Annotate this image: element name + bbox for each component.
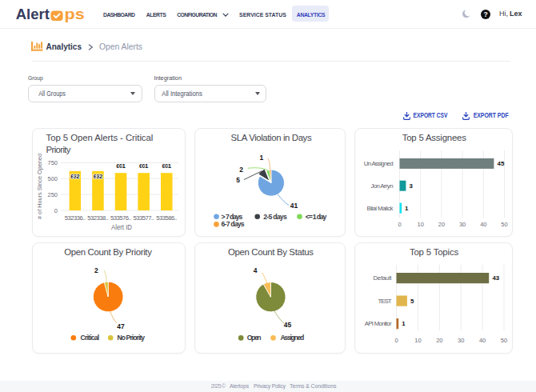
svg-text:1: 1 [260, 154, 264, 162]
svg-text:No Priority: No Priority [118, 334, 146, 342]
svg-text:Privacy Policy: Privacy Policy [254, 383, 286, 390]
svg-text:ALERTS: ALERTS [146, 12, 167, 18]
svg-text:ps: ps [65, 6, 85, 22]
svg-text:532338..: 532338.. [87, 214, 108, 222]
svg-text:Bilal Malick: Bilal Malick [367, 205, 394, 212]
svg-text:40: 40 [479, 337, 486, 344]
svg-text:2025 ©: 2025 © [210, 383, 226, 389]
svg-text:# of Hours Since Opened: # of Hours Since Opened [36, 154, 43, 219]
svg-text:0: 0 [398, 221, 401, 228]
svg-text:533576..: 533576.. [110, 214, 131, 222]
svg-text:50: 50 [501, 337, 507, 344]
svg-text:1: 1 [405, 205, 409, 212]
svg-text:45: 45 [284, 321, 292, 329]
svg-text:Integration: Integration [154, 74, 182, 82]
svg-text:Un Assigned: Un Assigned [364, 160, 394, 167]
svg-text:20: 20 [438, 221, 445, 228]
svg-text:601: 601 [139, 162, 149, 170]
svg-text:Open: Open [247, 334, 262, 342]
svg-text:Top 5 Open Alerts - Critical: Top 5 Open Alerts - Critical [46, 133, 154, 142]
svg-text:Critical: Critical [81, 334, 100, 342]
svg-text:Assigned: Assigned [280, 334, 304, 342]
svg-text:Jon Arryn: Jon Arryn [370, 182, 393, 190]
svg-text:45: 45 [498, 160, 505, 167]
svg-text:Alert ID: Alert ID [111, 224, 132, 231]
svg-text:Top 5 Assignees: Top 5 Assignees [402, 133, 466, 142]
svg-text:2: 2 [94, 266, 98, 274]
svg-text:TEST: TEST [378, 298, 392, 305]
svg-text:EXPORT CSV: EXPORT CSV [414, 111, 448, 119]
svg-text:Lex: Lex [510, 10, 522, 18]
svg-text:2-5 days: 2-5 days [263, 213, 287, 221]
svg-text:10: 10 [414, 337, 421, 344]
svg-text:5: 5 [410, 298, 414, 305]
svg-text:Open Count By Status: Open Count By Status [228, 247, 314, 257]
svg-text:750: 750 [47, 159, 58, 166]
svg-text:DASHBOARD: DASHBOARD [103, 12, 135, 18]
svg-text:All Integrations: All Integrations [162, 90, 202, 98]
svg-text:533586..: 533586.. [156, 214, 177, 222]
svg-text:250: 250 [47, 191, 58, 198]
svg-text:20: 20 [436, 337, 442, 344]
svg-text:601: 601 [162, 162, 172, 170]
svg-text:Hi,: Hi, [499, 10, 508, 18]
svg-text:47: 47 [117, 322, 125, 330]
svg-text:Alertops: Alertops [230, 383, 250, 390]
svg-text:632: 632 [70, 173, 80, 180]
svg-text:532336..: 532336.. [65, 214, 86, 222]
svg-text:1: 1 [402, 320, 406, 327]
svg-text:Open Alerts: Open Alerts [99, 42, 142, 51]
svg-text:ANALYTICS: ANALYTICS [297, 12, 326, 18]
svg-text:<= 1 day: <= 1 day [306, 213, 327, 221]
svg-text:533577..: 533577.. [134, 214, 154, 222]
svg-text:4: 4 [254, 266, 258, 274]
svg-text:40: 40 [480, 221, 486, 228]
svg-text:Group: Group [28, 74, 43, 82]
svg-text:10: 10 [418, 221, 424, 228]
svg-text:CONFIGURATION: CONFIGURATION [177, 12, 217, 18]
svg-text:Default: Default [374, 274, 393, 282]
svg-text:5: 5 [236, 176, 240, 184]
svg-text:601: 601 [116, 162, 126, 170]
svg-text:43: 43 [492, 274, 499, 282]
svg-text:All Groups: All Groups [38, 90, 66, 98]
svg-text:API Monitor: API Monitor [365, 320, 392, 327]
svg-text:SERVICE STATUS: SERVICE STATUS [239, 12, 286, 18]
svg-text:EXPORT PDF: EXPORT PDF [474, 111, 509, 119]
svg-text:0: 0 [54, 207, 58, 214]
svg-text:2: 2 [239, 166, 243, 174]
svg-text:Open Count By Priority: Open Count By Priority [64, 247, 152, 257]
svg-text:632: 632 [94, 173, 103, 180]
svg-text:Terms & Conditions: Terms & Conditions [290, 383, 337, 389]
svg-text:500: 500 [47, 175, 58, 182]
svg-text:Top 5 Topics: Top 5 Topics [410, 247, 458, 257]
svg-text:SLA Violation in Days: SLA Violation in Days [231, 133, 312, 142]
svg-text:Alert: Alert [16, 6, 50, 22]
svg-text:41: 41 [290, 202, 298, 210]
svg-text:3: 3 [409, 182, 413, 190]
svg-text:30: 30 [458, 337, 464, 344]
svg-text:0: 0 [394, 337, 398, 344]
svg-text:30: 30 [459, 221, 466, 228]
svg-text:Priority: Priority [46, 145, 71, 154]
svg-text:Analytics: Analytics [46, 42, 82, 51]
svg-text:50: 50 [501, 221, 507, 228]
svg-text:> 7 days: > 7 days [222, 213, 243, 221]
svg-text:6-7 days: 6-7 days [222, 220, 245, 228]
